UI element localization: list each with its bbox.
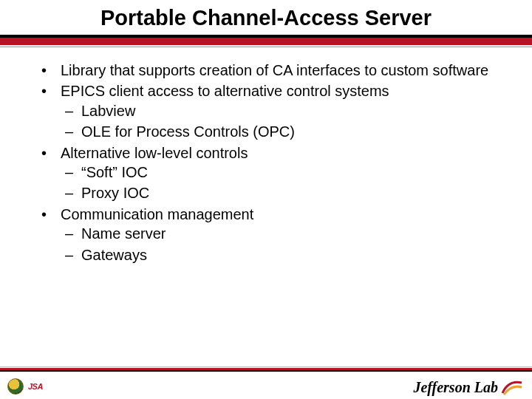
list-item: “Soft” IOC [81, 163, 502, 182]
footer: JSA Jefferson Lab [0, 366, 532, 399]
doe-seal-icon [7, 378, 24, 395]
sub-list: Name server Gateways [61, 224, 502, 265]
divider-red [0, 38, 532, 45]
bullet-text: Labview [81, 103, 135, 119]
list-item: Proxy IOC [81, 183, 502, 202]
bullet-text: EPICS client access to alternative contr… [61, 83, 389, 99]
slide-title: Portable Channel-Access Server [0, 6, 532, 30]
jefferson-lab-label: Jefferson Lab [413, 379, 498, 396]
jefferson-lab-swoosh-icon [501, 378, 523, 396]
footer-logo-right: Jefferson Lab [413, 378, 523, 396]
list-item: Alternative low-level controls “Soft” IO… [61, 143, 502, 203]
list-item: Gateways [81, 245, 502, 265]
footer-divider [0, 366, 532, 372]
list-item: Library that supports creation of CA int… [61, 61, 502, 80]
bullet-text: “Soft” IOC [81, 164, 148, 180]
bullet-text: Library that supports creation of CA int… [61, 62, 488, 78]
slide: Portable Channel-Access Server Library t… [0, 0, 532, 399]
title-area: Portable Channel-Access Server [0, 0, 532, 30]
list-item: Name server [81, 224, 502, 243]
content-area: Library that supports creation of CA int… [0, 47, 532, 265]
bullet-text: Gateways [81, 247, 147, 263]
list-item: OLE for Process Controls (OPC) [81, 122, 502, 141]
list-item: Communication management Name server Gat… [61, 205, 502, 265]
sub-list: “Soft” IOC Proxy IOC [61, 163, 502, 203]
list-item: EPICS client access to alternative contr… [61, 81, 502, 141]
bullet-text: Name server [81, 225, 166, 242]
jsa-abbrev: JSA [28, 382, 43, 391]
title-divider [0, 35, 532, 47]
list-item: Labview [81, 101, 502, 120]
footer-logo-left: JSA [7, 378, 43, 395]
bullet-list: Library that supports creation of CA int… [30, 61, 502, 265]
bullet-text: Alternative low-level controls [61, 145, 248, 161]
bullet-text: Communication management [61, 206, 253, 222]
bullet-text: Proxy IOC [81, 185, 149, 201]
sub-list: Labview OLE for Process Controls (OPC) [61, 101, 502, 142]
bullet-text: OLE for Process Controls (OPC) [81, 123, 295, 140]
